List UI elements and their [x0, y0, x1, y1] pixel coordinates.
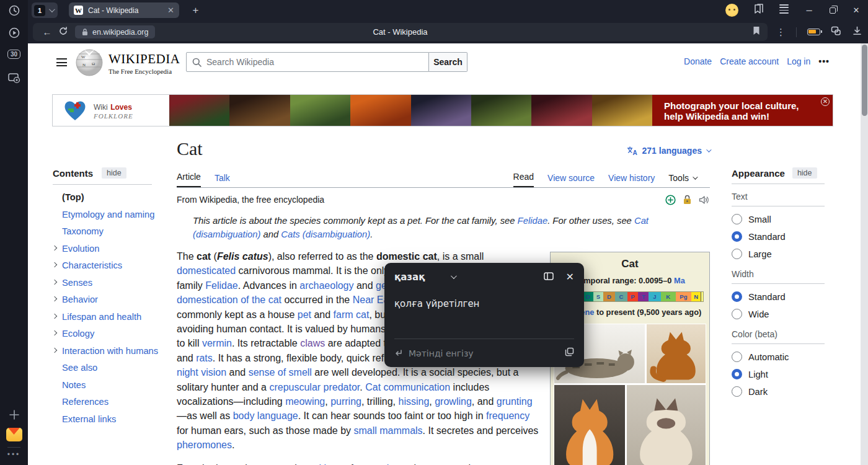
timescale-segment[interactable]: K: [661, 292, 676, 301]
timescale-segment[interactable]: D: [603, 292, 615, 301]
app-menu-icon[interactable]: [779, 7, 789, 14]
login-link[interactable]: Log in: [787, 56, 810, 66]
toc-item-label[interactable]: References: [62, 397, 108, 407]
toolbar-kebab-icon[interactable]: ⋮: [776, 27, 786, 38]
toc-item-label[interactable]: External links: [62, 414, 116, 424]
site-identity-pill[interactable]: en.wikipedia.org: [75, 25, 155, 38]
article-link[interactable]: growling: [435, 396, 472, 407]
hamburger-menu-icon[interactable]: [56, 58, 67, 66]
wikipedia-wordmark[interactable]: WIKIPEDIA The Free Encyclopedia: [108, 51, 180, 75]
timescale-segment[interactable]: C: [615, 292, 627, 301]
article-link[interactable]: night vision: [177, 367, 226, 378]
article-link[interactable]: pet: [298, 309, 311, 320]
extension-icon[interactable]: [831, 26, 842, 38]
cat-photo-siamese[interactable]: [627, 385, 706, 465]
tab-talk[interactable]: Talk: [215, 173, 230, 187]
article-link[interactable]: pheromones: [177, 440, 232, 450]
radio-icon[interactable]: [732, 386, 742, 397]
toc-item-label[interactable]: Behavior: [62, 294, 98, 304]
tab-view-source[interactable]: View source: [547, 173, 595, 187]
new-workspace-plus-icon[interactable]: [0, 409, 28, 420]
toc-item-label[interactable]: Etymology and naming: [62, 210, 154, 219]
bookmark-icon[interactable]: [753, 26, 760, 38]
toc-item[interactable]: Ecology: [62, 329, 167, 339]
translation-input-placeholder[interactable]: Мәтінді енгізу: [409, 348, 559, 358]
radio-icon[interactable]: [732, 369, 742, 379]
scrollbar-thumb[interactable]: [862, 45, 867, 116]
tab-article[interactable]: Article: [177, 172, 201, 187]
toc-item[interactable]: Etymology and naming: [62, 210, 167, 219]
radio-option-standard[interactable]: Standard: [732, 231, 834, 242]
article-link[interactable]: archaeology: [299, 280, 353, 291]
create-account-link[interactable]: Create account: [720, 56, 779, 66]
article-link[interactable]: crepuscular predator: [269, 382, 360, 392]
search-input[interactable]: Search Wikipedia: [186, 52, 429, 72]
timescale-segment[interactable]: T: [638, 292, 649, 301]
page-protected-lock-icon[interactable]: [683, 195, 691, 205]
media-play-icon[interactable]: [0, 27, 28, 39]
profile-avatar[interactable]: [725, 4, 738, 17]
article-link[interactable]: small mammals: [353, 425, 422, 436]
article-link[interactable]: frequency: [486, 410, 529, 421]
chevron-down-icon[interactable]: [49, 6, 55, 12]
popup-close-icon[interactable]: ✕: [566, 271, 574, 283]
toc-item[interactable]: Taxonomy: [62, 226, 167, 236]
toc-item-label[interactable]: See also: [62, 363, 97, 373]
article-link[interactable]: claws: [300, 338, 325, 348]
toc-item[interactable]: Characteristics: [62, 260, 167, 270]
timescale-segment[interactable]: P: [627, 292, 639, 301]
mail-app-icon[interactable]: [0, 428, 28, 441]
radio-icon[interactable]: [732, 231, 742, 242]
library-bookmarks-icon[interactable]: [753, 4, 764, 17]
timescale-segment[interactable]: J: [649, 292, 660, 301]
calendar-30-icon[interactable]: 30: [0, 50, 28, 59]
toc-item-label[interactable]: Taxonomy: [62, 226, 104, 236]
radio-icon[interactable]: [732, 214, 742, 224]
radio-option-large[interactable]: Large: [732, 249, 834, 259]
radio-icon[interactable]: [732, 352, 742, 362]
article-link[interactable]: body language: [233, 410, 298, 421]
article-link[interactable]: vermin: [202, 338, 232, 348]
cat-photo-ginger-white[interactable]: [554, 385, 625, 465]
banner-close-icon[interactable]: ✕: [821, 97, 830, 106]
back-button[interactable]: ←: [39, 27, 55, 37]
tab-close-icon[interactable]: ✕: [167, 6, 174, 15]
toc-item[interactable]: References: [62, 397, 167, 407]
radio-option-standard[interactable]: Standard: [732, 291, 834, 302]
open-in-sidebar-icon[interactable]: [544, 271, 554, 283]
radio-option-small[interactable]: Small: [732, 214, 834, 224]
toc-item-label[interactable]: (Top): [62, 192, 84, 202]
chevron-expand-icon[interactable]: [52, 296, 57, 301]
toc-item-label[interactable]: Notes: [62, 380, 86, 390]
good-article-plus-icon[interactable]: [665, 195, 676, 205]
cat-photo-abyssinian[interactable]: [647, 324, 706, 383]
toc-item-label[interactable]: Lifespan and health: [62, 312, 141, 322]
timescale-segment[interactable]: [701, 292, 703, 301]
toc-item[interactable]: Notes: [62, 380, 167, 390]
chevron-expand-icon[interactable]: [52, 347, 57, 352]
search-button[interactable]: Search: [429, 52, 467, 72]
more-options-dots-icon[interactable]: •••: [0, 450, 28, 459]
article-link[interactable]: grunting: [497, 396, 533, 407]
appearance-hide-button[interactable]: hide: [792, 167, 817, 179]
timescale-segment[interactable]: N: [691, 292, 701, 301]
timescale-segment[interactable]: S: [593, 292, 603, 301]
toc-hide-button[interactable]: hide: [102, 167, 126, 179]
timescale-segment[interactable]: Pg: [676, 292, 691, 301]
article-link[interactable]: Felidae: [518, 216, 548, 226]
chevron-expand-icon[interactable]: [52, 245, 57, 250]
screenshot-icon[interactable]: [0, 72, 28, 84]
new-tab-button[interactable]: +: [188, 2, 203, 18]
url-bar[interactable]: ← en.wikipedia.org Cat - Wikipedia: [33, 23, 768, 41]
article-link[interactable]: purring: [330, 396, 361, 407]
chevron-expand-icon[interactable]: [52, 279, 57, 284]
toc-item[interactable]: Senses: [62, 278, 167, 288]
chevron-expand-icon[interactable]: [52, 330, 57, 335]
user-menu-dots-icon[interactable]: •••: [818, 56, 830, 66]
radio-option-automatic[interactable]: Automatic: [732, 352, 834, 362]
radio-icon[interactable]: [732, 291, 742, 302]
window-restore-button[interactable]: [830, 7, 836, 14]
article-link[interactable]: hissing: [399, 396, 430, 407]
copy-icon[interactable]: [565, 347, 574, 359]
article-link[interactable]: sense of smell: [249, 367, 312, 378]
